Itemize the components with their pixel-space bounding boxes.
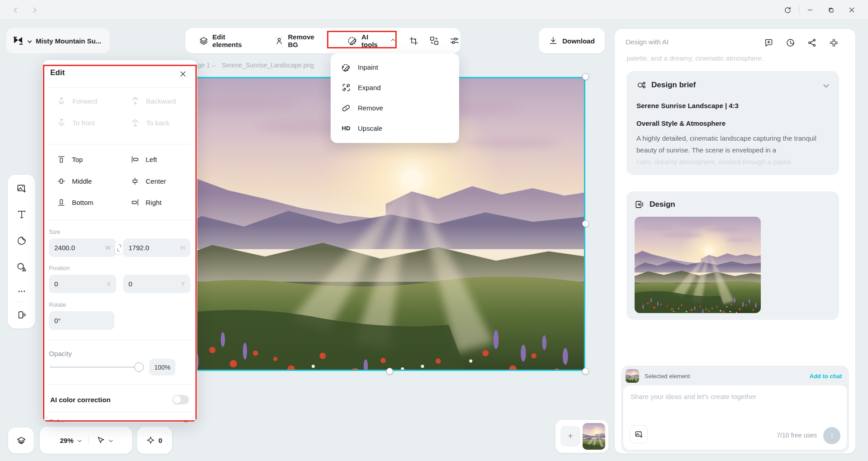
align-bottom-button[interactable]: Bottom (57, 198, 94, 207)
to-front-button[interactable]: To front (57, 118, 95, 127)
nav-back-button[interactable] (10, 4, 23, 16)
align-middle-label: Middle (72, 177, 92, 185)
adjust-button[interactable] (449, 33, 460, 49)
refresh-button[interactable] (781, 4, 794, 16)
remove-bg-label: Remove BG (288, 33, 326, 48)
y-suffix: Y (181, 280, 185, 287)
edit-elements-button[interactable]: Edit elements (194, 29, 260, 52)
align-middle-button[interactable]: Middle (57, 177, 92, 185)
document-title[interactable]: Misty Mountain Su... (36, 37, 101, 45)
menu-item-inpaint[interactable]: Inpaint (331, 57, 459, 77)
breadcrumb-file[interactable]: Serene_Sunrise_Landscape.png (222, 62, 314, 69)
share-button[interactable] (806, 37, 817, 48)
send-button[interactable]: ↑ (823, 427, 840, 444)
text-tool-button[interactable] (14, 206, 30, 223)
position-x-input[interactable] (54, 280, 100, 288)
align-top-button[interactable]: Top (57, 155, 83, 164)
inpaint-icon (341, 62, 351, 73)
rotate-field[interactable] (49, 311, 114, 330)
add-image-button[interactable] (14, 180, 30, 196)
backward-button[interactable]: Backward (131, 96, 176, 105)
add-color-button[interactable]: + (183, 418, 188, 422)
chat-input[interactable] (631, 393, 830, 400)
maximize-button[interactable] (824, 4, 838, 16)
align-left-button[interactable]: Left (131, 155, 157, 164)
close-edit-panel-button[interactable] (178, 69, 187, 78)
opacity-slider-thumb[interactable] (134, 362, 144, 372)
chevron-down-icon[interactable] (109, 438, 112, 442)
position-y-input[interactable] (128, 280, 174, 288)
design-thumbnail[interactable] (635, 217, 761, 313)
new-chat-button[interactable] (763, 37, 774, 48)
design-brief-card: Design brief Serene Sunrise Landscape | … (626, 71, 839, 175)
align-center-button[interactable]: Center (131, 177, 166, 185)
page-thumbnail[interactable] (583, 423, 605, 450)
rotate-input[interactable] (54, 317, 100, 324)
download-icon (549, 36, 558, 45)
attach-image-button[interactable] (630, 425, 648, 443)
toolbar: Edit elements Remove BG AI tools (185, 28, 460, 53)
remove-bg-button[interactable]: Remove BG (270, 29, 330, 52)
panel-toggle-button[interactable] (14, 307, 30, 323)
menu-item-expand[interactable]: Expand (331, 77, 459, 98)
add-page-button[interactable]: + (560, 426, 580, 447)
selection-handle-right[interactable] (582, 220, 589, 227)
forward-button[interactable]: Forward (57, 96, 97, 105)
hd-icon: HD (341, 123, 351, 134)
menu-item-upscale[interactable]: HD Upscale (331, 118, 459, 138)
to-back-button[interactable]: To back (131, 118, 170, 127)
selection-handle-bottom-right[interactable] (582, 368, 589, 375)
collapse-icon (829, 38, 839, 48)
constrain-proportions-toggle[interactable] (115, 242, 123, 254)
position-y-field[interactable]: Y (123, 275, 190, 293)
layers-button[interactable] (8, 428, 34, 453)
download-label: Download (562, 37, 595, 45)
align-right-icon (131, 198, 139, 207)
remove-label: Remove (358, 104, 383, 112)
history-button[interactable] (785, 37, 796, 48)
nav-forward-button[interactable] (27, 4, 40, 16)
ai-tools-button[interactable]: AI tools (343, 29, 399, 52)
align-right-label: Right (146, 199, 161, 206)
inpaint-label: Inpaint (358, 63, 378, 71)
chevron-down-icon[interactable] (28, 38, 32, 43)
brief-section-heading: Overall Style & Atmosphere (636, 119, 829, 127)
align-bottom-label: Bottom (72, 199, 94, 206)
download-button[interactable]: Download (539, 28, 605, 53)
height-field[interactable]: H (123, 238, 190, 257)
width-field[interactable]: W (49, 238, 116, 257)
height-input[interactable] (128, 244, 174, 252)
collapse-panel-button[interactable] (828, 37, 839, 48)
ai-tools-menu: Inpaint Expand Remove HD Upscale (331, 53, 459, 143)
cursor-icon[interactable] (96, 436, 105, 445)
ai-color-correction-toggle[interactable] (172, 395, 189, 404)
color-label: Color (49, 418, 65, 422)
menu-item-remove[interactable]: Remove (331, 98, 459, 118)
app-logo-icon[interactable] (13, 36, 24, 46)
opacity-slider-track[interactable] (50, 366, 140, 368)
chevron-down-icon[interactable] (77, 438, 81, 442)
selected-element-avatar (626, 369, 639, 383)
selection-handle-top-right[interactable] (582, 73, 589, 80)
layers-icon (16, 436, 26, 446)
opacity-value-field[interactable]: 100% (149, 359, 175, 375)
replace-button[interactable] (428, 33, 440, 49)
credits-button[interactable]: 0 (137, 427, 172, 454)
position-label: Position (49, 265, 70, 271)
crop-button[interactable] (408, 33, 419, 49)
minimize-button[interactable] (803, 4, 817, 16)
more-tools-button[interactable] (14, 283, 30, 299)
close-window-button[interactable] (845, 4, 859, 16)
add-to-chat-button[interactable]: Add to chat (810, 373, 842, 380)
elements-tool-button[interactable] (14, 259, 30, 275)
design-with-ai-panel: Design with AI palette, and a dreamy, ci… (615, 29, 855, 453)
align-right-button[interactable]: Right (131, 198, 161, 207)
sticker-tool-button[interactable] (14, 233, 30, 249)
width-input[interactable] (54, 244, 100, 252)
selection-handle-bottom[interactable] (386, 368, 393, 375)
design-card-title: Design (650, 200, 675, 209)
align-top-label: Top (72, 156, 83, 163)
zoom-level[interactable]: 29% (60, 437, 73, 444)
ellipsis-icon (17, 287, 26, 296)
position-x-field[interactable]: X (49, 275, 116, 293)
